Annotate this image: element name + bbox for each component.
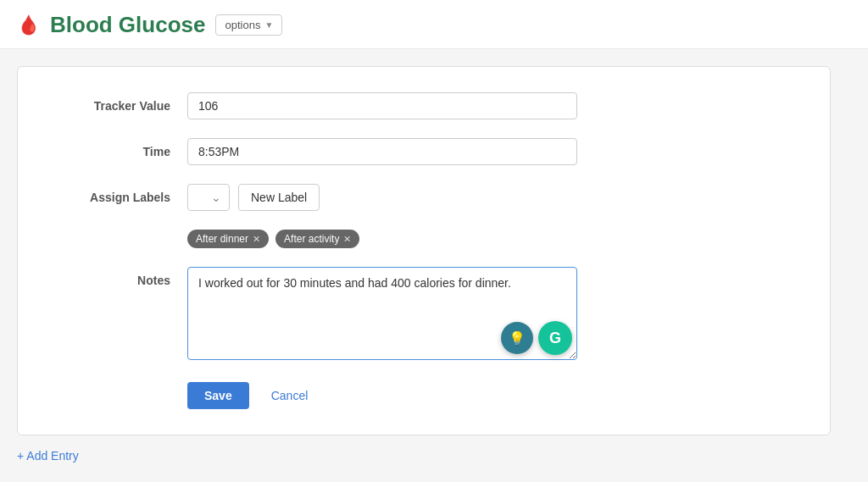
labels-select-wrapper: ⌄ bbox=[187, 184, 230, 211]
grammarly-icon[interactable]: G bbox=[538, 321, 572, 355]
add-entry-label: + Add Entry bbox=[17, 449, 79, 463]
tag-after-activity: After activity ✕ bbox=[275, 230, 359, 248]
main-content: Tracker Value Time Assign Labels ⌄ bbox=[0, 49, 868, 480]
tracker-value-input[interactable] bbox=[187, 92, 577, 119]
notes-row: Notes I worked out for 30 minutes and ha… bbox=[52, 267, 796, 363]
assign-labels-label: Assign Labels bbox=[52, 184, 187, 204]
blood-drop-icon: 🩸 bbox=[17, 14, 40, 36]
tag-after-activity-text: After activity bbox=[284, 233, 339, 245]
tag-after-activity-close[interactable]: ✕ bbox=[343, 234, 351, 245]
assign-labels-row: Assign Labels ⌄ New Label bbox=[52, 184, 796, 211]
time-control bbox=[187, 138, 577, 165]
tracker-value-row: Tracker Value bbox=[52, 92, 796, 119]
labels-select[interactable] bbox=[187, 184, 230, 211]
page-header: 🩸 Blood Glucose options ▼ bbox=[0, 0, 868, 49]
chevron-down-icon: ▼ bbox=[264, 20, 273, 30]
new-label-button[interactable]: New Label bbox=[238, 184, 320, 211]
save-button[interactable]: Save bbox=[187, 382, 249, 409]
options-label: options bbox=[225, 19, 260, 31]
ai-suggest-icon[interactable]: 💡 bbox=[501, 322, 533, 354]
time-label: Time bbox=[52, 138, 187, 158]
cancel-button[interactable]: Cancel bbox=[261, 382, 319, 409]
page-title: Blood Glucose bbox=[50, 12, 205, 38]
tracker-value-label: Tracker Value bbox=[52, 92, 187, 113]
notes-label: Notes bbox=[52, 267, 187, 287]
tags-row: After dinner ✕ After activity ✕ bbox=[187, 230, 796, 248]
options-button[interactable]: options ▼ bbox=[215, 14, 282, 36]
time-input[interactable] bbox=[187, 138, 577, 165]
add-entry-link[interactable]: + Add Entry bbox=[17, 449, 79, 463]
actions-row: Save Cancel bbox=[187, 382, 796, 409]
labels-row: ⌄ New Label bbox=[187, 184, 320, 211]
tag-after-dinner-text: After dinner bbox=[196, 233, 248, 245]
tracker-value-control bbox=[187, 92, 577, 119]
form-card: Tracker Value Time Assign Labels ⌄ bbox=[17, 66, 831, 435]
ai-widgets: 💡 G bbox=[501, 321, 572, 355]
time-row: Time bbox=[52, 138, 796, 165]
tag-after-dinner-close[interactable]: ✕ bbox=[253, 234, 260, 245]
notes-control: I worked out for 30 minutes and had 400 … bbox=[187, 267, 577, 363]
tag-after-dinner: After dinner ✕ bbox=[187, 230, 269, 248]
